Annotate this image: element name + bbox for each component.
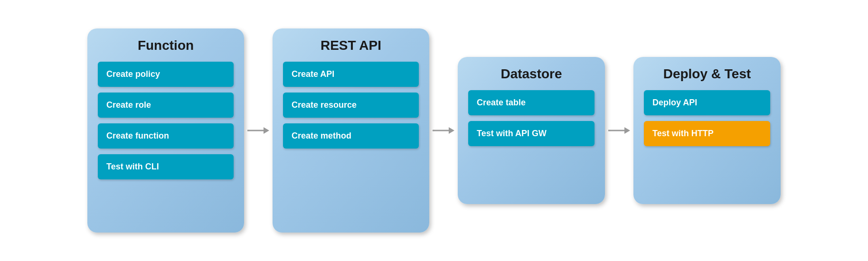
create-api-button[interactable]: Create API <box>283 62 419 87</box>
panel-title-rest-api: REST API <box>321 38 381 53</box>
btn-list-rest-api: Create APICreate resourceCreate method <box>283 62 419 149</box>
create-function-button[interactable]: Create function <box>98 123 234 149</box>
panel-title-function: Function <box>138 38 194 53</box>
panel-title-datastore: Datastore <box>500 66 562 82</box>
create-resource-button[interactable]: Create resource <box>283 93 419 118</box>
svg-marker-5 <box>624 127 630 134</box>
test-with-http-button[interactable]: Test with HTTP <box>644 121 770 146</box>
flow-container: FunctionCreate policyCreate roleCreate f… <box>68 19 800 242</box>
svg-marker-3 <box>449 127 454 134</box>
create-policy-button[interactable]: Create policy <box>98 62 234 87</box>
test-with-api-gw-button[interactable]: Test with API GW <box>468 121 594 146</box>
panel-datastore: DatastoreCreate tableTest with API GW <box>458 57 605 204</box>
btn-list-deploy-test: Deploy APITest with HTTP <box>644 90 770 146</box>
deploy-api-button[interactable]: Deploy API <box>644 90 770 115</box>
create-table-button[interactable]: Create table <box>468 90 594 115</box>
svg-marker-1 <box>264 127 269 134</box>
panel-function: FunctionCreate policyCreate roleCreate f… <box>87 28 244 233</box>
arrow-2 <box>429 121 458 140</box>
panel-deploy-test: Deploy & TestDeploy APITest with HTTP <box>633 57 781 204</box>
btn-list-function: Create policyCreate roleCreate functionT… <box>98 62 234 179</box>
panel-rest-api: REST APICreate APICreate resourceCreate … <box>273 28 429 233</box>
create-method-button[interactable]: Create method <box>283 123 419 149</box>
arrow-1 <box>244 121 273 140</box>
test-with-cli-button[interactable]: Test with CLI <box>98 154 234 179</box>
panel-title-deploy-test: Deploy & Test <box>663 66 751 82</box>
create-role-button[interactable]: Create role <box>98 93 234 118</box>
btn-list-datastore: Create tableTest with API GW <box>468 90 594 146</box>
arrow-3 <box>605 121 633 140</box>
